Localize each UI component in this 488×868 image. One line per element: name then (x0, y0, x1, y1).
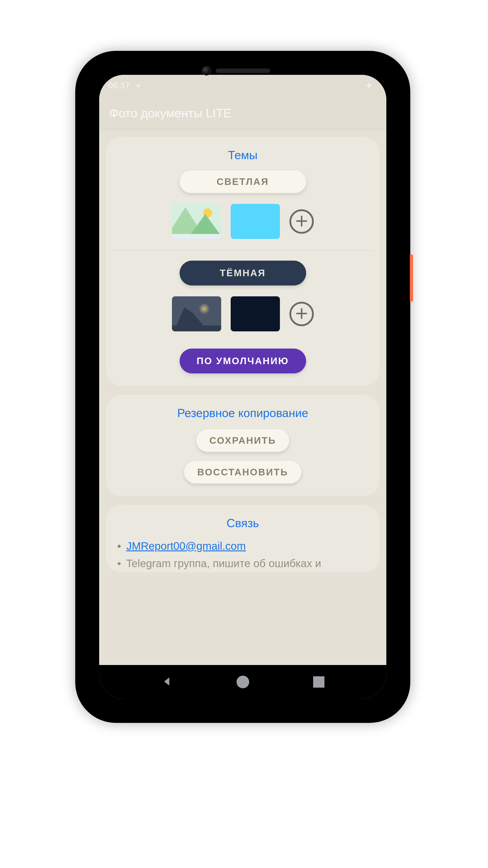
backup-heading: Резервное копирование (177, 406, 308, 420)
phone-notch (75, 64, 410, 78)
android-nav-bar (99, 665, 386, 699)
bullet-icon: • (117, 540, 121, 552)
add-dark-theme-button[interactable] (289, 302, 314, 326)
save-backup-button[interactable]: СОХРАНИТЬ (196, 429, 289, 452)
airplane-mode-icon: ✈ (366, 81, 373, 90)
themes-heading: Темы (228, 148, 258, 162)
camera-dot (202, 66, 211, 75)
status-clock: 06:37 (108, 81, 130, 90)
dark-theme-color-swatch[interactable] (231, 296, 280, 331)
screen: 06:37 ⌖ ✈ Фото документы LITE Темы СВЕТЛ… (99, 75, 386, 699)
light-theme-previews (172, 204, 314, 239)
dark-theme-label: ТЁМНАЯ (220, 268, 266, 278)
status-bar: 06:37 ⌖ ✈ (99, 75, 386, 96)
nav-recent-button[interactable] (311, 674, 327, 690)
light-theme-label: СВЕТЛАЯ (217, 176, 269, 187)
dark-theme-wallpaper[interactable] (172, 296, 221, 331)
recent-square-icon (313, 676, 324, 688)
nav-home-button[interactable] (234, 674, 251, 690)
location-icon: ⌖ (136, 81, 141, 90)
bullet-icon: • (117, 557, 121, 569)
dark-theme-previews (172, 296, 314, 331)
plus-icon (295, 307, 308, 321)
app-title: Фото документы LITE (109, 106, 232, 120)
theme-divider (113, 250, 373, 251)
contact-email-link[interactable]: JMReport00@gmail.com (126, 540, 246, 552)
default-theme-button[interactable]: ПО УМОЛЧАНИЮ (180, 348, 306, 373)
light-theme-color-swatch[interactable] (231, 204, 280, 239)
dark-theme-button[interactable]: ТЁМНАЯ (180, 260, 306, 285)
back-triangle-icon (161, 675, 173, 688)
save-backup-label: СОХРАНИТЬ (209, 435, 276, 446)
light-theme-button[interactable]: СВЕТЛАЯ (180, 170, 306, 193)
restore-backup-label: ВОССТАНОВИТЬ (197, 467, 288, 477)
app-bar: Фото документы LITE (99, 96, 386, 130)
phone-frame: 06:37 ⌖ ✈ Фото документы LITE Темы СВЕТЛ… (75, 51, 410, 723)
settings-content[interactable]: Темы СВЕТЛАЯ (99, 130, 386, 665)
light-theme-wallpaper[interactable] (172, 204, 221, 239)
plus-icon (295, 214, 308, 229)
speaker-grille (216, 68, 270, 73)
contact-telegram-text: Telegram группа, пишите об ошибках и (126, 557, 321, 569)
nav-back-button[interactable] (158, 674, 175, 690)
contact-email-row: • JMReport00@gmail.com (117, 537, 368, 555)
add-light-theme-button[interactable] (289, 209, 314, 234)
phone-bezel: 06:37 ⌖ ✈ Фото документы LITE Темы СВЕТЛ… (84, 59, 402, 715)
contact-card: Связь • JMReport00@gmail.com • Telegram … (106, 505, 380, 572)
default-theme-label: ПО УМОЛЧАНИЮ (197, 355, 289, 366)
backup-card: Резервное копирование СОХРАНИТЬ ВОССТАНО… (106, 395, 380, 496)
restore-backup-button[interactable]: ВОССТАНОВИТЬ (184, 461, 301, 484)
themes-card: Темы СВЕТЛАЯ (106, 137, 380, 386)
contact-heading: Связь (227, 516, 259, 530)
contact-telegram-row: • Telegram группа, пишите об ошибках и (117, 555, 368, 572)
home-circle-icon (236, 676, 249, 688)
